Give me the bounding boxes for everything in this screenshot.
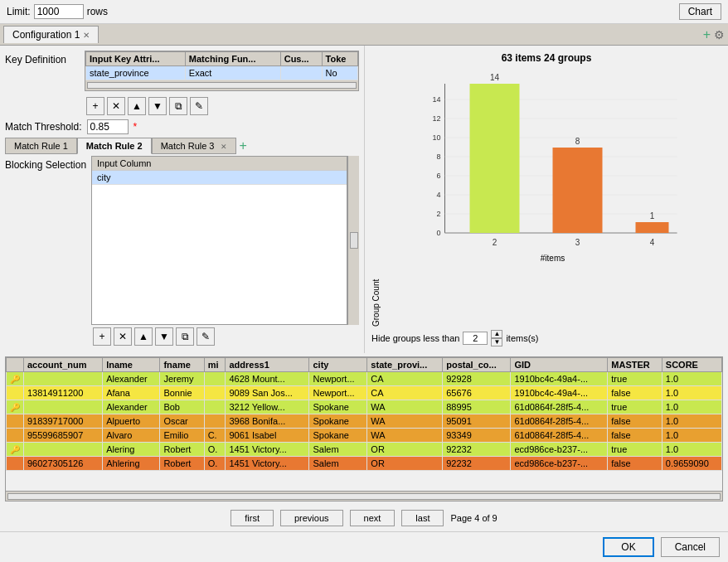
svg-text:12: 12 [432,114,440,123]
col-gid: GID [511,358,608,372]
table-cell: Oscar [160,414,204,429]
blocking-add-button[interactable]: + [93,327,111,346]
table-cell [24,400,103,414]
table-row[interactable]: 🔑AleringRobertO.1451 Victory...SalemOR92… [7,443,722,457]
blocking-up-button[interactable]: ▲ [134,327,153,346]
table-cell: 9089 San Jos... [226,386,309,400]
table-cell: 13814911200 [24,386,103,400]
table-cell: 1.0 [662,372,721,386]
table-cell: 0.9659090 [662,457,721,471]
bar-3 [553,148,603,233]
limit-label: Limit: [7,6,31,17]
table-cell: OR [367,443,443,457]
key-def-hscroll[interactable] [87,82,357,89]
col-address: address1 [226,358,309,372]
table-cell: Spokane [309,414,367,429]
hide-groups-up-button[interactable]: ▲ [491,330,502,338]
table-cell: 61d0864f-28f5-4... [511,414,608,429]
table-row[interactable]: 🔑AlexanderJeremy4628 Mount...Newport...C… [7,372,722,386]
table-cell [204,400,226,414]
svg-text:4: 4 [436,191,440,199]
col-header-func: Matching Fun... [185,52,280,66]
table-cell: 91839717000 [24,414,103,429]
table-cell: ecd986ce-b237-... [511,443,608,457]
move-down-button[interactable]: ▼ [148,97,167,115]
blocking-delete-button[interactable]: ✕ [114,327,132,346]
hide-groups-input[interactable] [463,332,488,345]
row-cus [280,66,322,80]
table-cell: CA [367,386,443,400]
col-master: MASTER [608,358,662,372]
match-rule-tab-3[interactable]: Match Rule 3 ✕ [152,138,236,154]
table-cell: 9061 Isabel [226,429,309,443]
previous-page-button[interactable]: previous [280,510,343,526]
table-hscroll[interactable] [7,493,721,500]
table-cell: 1.0 [662,443,721,457]
config-tab-close[interactable]: ✕ [83,31,90,40]
table-cell: 93349 [443,429,511,443]
table-row[interactable]: 91839717000AlpuertoOscar3968 Bonifa...Sp… [7,414,722,429]
table-cell: 1451 Victory... [226,443,309,457]
col-mi: mi [204,358,226,372]
match-rule-3-label: Match Rule 3 [161,141,215,151]
threshold-input[interactable] [87,119,129,134]
table-cell [204,386,226,400]
table-cell: Newport... [309,372,367,386]
svg-text:2: 2 [436,210,440,218]
limit-input[interactable] [34,4,84,19]
col-state: state_provi... [367,358,443,372]
last-page-button[interactable]: last [401,510,444,526]
cancel-button[interactable]: Cancel [661,537,720,557]
blocking-col-header: Input Column [92,157,347,171]
blocking-vscroll[interactable] [350,232,358,249]
copy-button[interactable]: ⧉ [169,97,187,115]
col-score: SCORE [662,358,721,372]
delete-row-button[interactable]: ✕ [107,97,125,115]
row-icon-cell [7,386,24,400]
table-cell: 61d0864f-28f5-4... [511,429,608,443]
move-up-button[interactable]: ▲ [128,97,146,115]
col-account: account_num [24,358,103,372]
add-match-rule-button[interactable]: + [240,138,247,153]
table-cell: 3212 Yellow... [226,400,309,414]
table-row[interactable]: 95599685907AlvaroEmilioC.9061 IsabelSpok… [7,429,722,443]
table-row[interactable]: 96027305126AhleringRobertO.1451 Victory.… [7,457,722,471]
blocking-edit-button[interactable]: ✎ [197,327,215,346]
first-page-button[interactable]: first [231,510,274,526]
add-config-tab-button[interactable]: + [703,28,711,41]
row-icon-cell [7,457,24,471]
table-cell: Alexander [103,372,160,386]
svg-text:1: 1 [650,211,655,220]
data-table: account_num lname fname mi address1 city… [6,357,722,471]
table-cell: 88995 [443,400,511,414]
table-cell: Jeremy [160,372,204,386]
match-rule-3-close[interactable]: ✕ [221,143,227,151]
blocking-copy-button[interactable]: ⧉ [176,327,194,346]
svg-text:2: 2 [493,238,497,247]
hide-groups-down-button[interactable]: ▼ [491,338,502,346]
match-rule-tab-2[interactable]: Match Rule 2 [77,138,152,154]
col-header-toke: Toke [322,52,357,66]
svg-text:14: 14 [432,95,440,104]
blocking-down-button[interactable]: ▼ [155,327,173,346]
next-page-button[interactable]: next [350,510,396,526]
table-cell: CA [367,372,443,386]
config-tab[interactable]: Configuration 1 ✕ [3,26,99,43]
settings-button[interactable]: ⚙ [714,28,725,41]
table-row[interactable]: 13814911200AfanaBonnie9089 San Jos...New… [7,386,722,400]
chart-button[interactable]: Chart [679,3,721,20]
table-cell [204,414,226,429]
row-icon-cell [7,414,24,429]
ok-button[interactable]: OK [603,537,653,557]
table-cell: C. [204,429,226,443]
col-header-attr: Input Key Attri... [86,52,186,66]
add-row-button[interactable]: + [86,97,104,115]
table-cell: Robert [160,443,204,457]
table-row[interactable]: 🔑AlexanderBob3212 Yellow...SpokaneWA8899… [7,400,722,414]
match-rule-tab-1[interactable]: Match Rule 1 [5,138,77,154]
row-toke: No [322,66,357,80]
table-cell: true [608,372,662,386]
rows-label: rows [87,6,679,17]
edit-button[interactable]: ✎ [190,97,208,115]
table-cell: 95599685907 [24,429,103,443]
